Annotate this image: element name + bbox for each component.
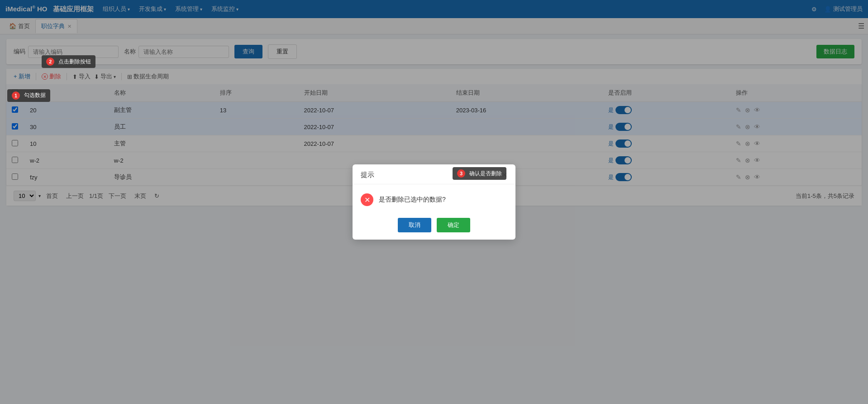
- dialog-title: 提示: [361, 171, 374, 179]
- dialog-header: 提示 ✕: [353, 164, 515, 184]
- dialog-footer: 取消 确定: [353, 213, 515, 240]
- dialog-confirm-button[interactable]: 确定: [437, 218, 470, 232]
- dialog-overlay: 提示 ✕ ✕ 是否删除已选中的数据? 3 确认是否删除 取消 确定: [0, 0, 868, 404]
- dialog-close-button[interactable]: ✕: [501, 171, 507, 179]
- dialog-cancel-button[interactable]: 取消: [398, 218, 431, 232]
- confirm-dialog: 提示 ✕ ✕ 是否删除已选中的数据? 3 确认是否删除 取消 确定: [353, 164, 515, 240]
- error-icon: ✕: [361, 193, 373, 206]
- dialog-body: ✕ 是否删除已选中的数据? 3 确认是否删除: [353, 184, 515, 213]
- dialog-message: 是否删除已选中的数据?: [379, 196, 446, 204]
